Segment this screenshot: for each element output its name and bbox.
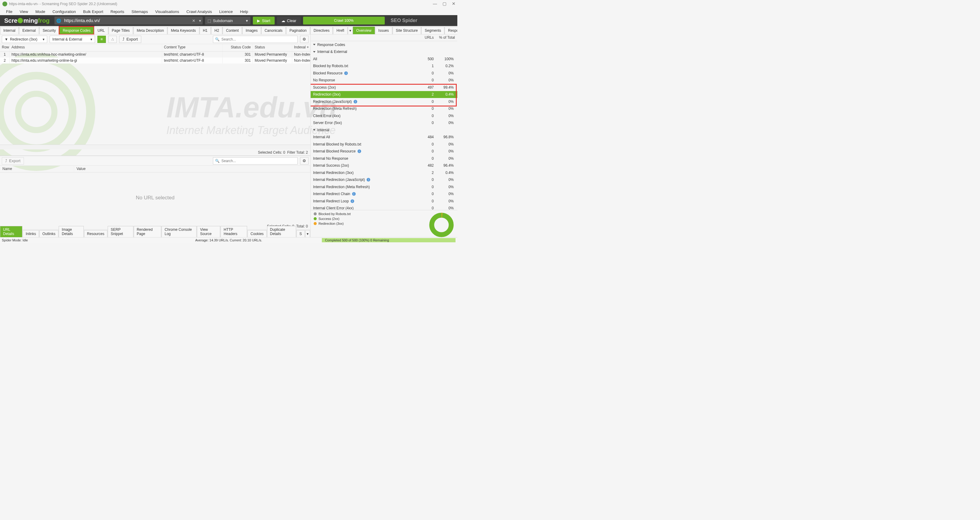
ltab-image-details[interactable]: Image Details [59,226,83,237]
tab-images[interactable]: Images [242,27,261,34]
tab-response-codes[interactable]: Response Codes [59,27,94,34]
tab-h1[interactable]: H1 [200,27,211,34]
tab-internal[interactable]: Internal [0,27,19,34]
tab-external[interactable]: External [19,27,39,34]
ltab-duplicate-details[interactable]: Duplicate Details [267,226,296,237]
close-icon[interactable]: ✕ [452,1,455,6]
tab-meta-description[interactable]: Meta Description [134,27,167,34]
clear-button[interactable]: ☁Clear [277,17,301,24]
ltab-s[interactable]: S [296,230,305,237]
tree-item[interactable]: Internal All48496.8% [311,134,457,141]
url-input[interactable] [63,17,190,24]
tree-item[interactable]: Response Codes [311,41,457,48]
tree-item[interactable]: Redirection (JavaScript)i00% [311,98,457,105]
tree-item[interactable]: Internal Client Error (4xx)00% [311,205,457,210]
ltab-view-source[interactable]: View Source [197,226,220,237]
ltabs-overflow-icon[interactable]: ▾ [305,230,310,237]
menu-crawl-analysis[interactable]: Crawl Analysis [183,9,215,14]
tree-item[interactable]: Internal Redirection (JavaScript)i00% [311,177,457,184]
tree-item[interactable]: Internal Blocked by Robots.txt00% [311,141,457,148]
tree-item[interactable]: Redirection (Meta Refresh)00% [311,105,457,113]
tab-url[interactable]: URL [94,27,108,34]
window-title: https-imta-edu-vn- - Screaming Frog SEO … [9,2,117,6]
rtab-segments[interactable]: Segments [422,27,444,34]
tree-item[interactable]: No Response00% [311,77,457,84]
clear-url-icon[interactable]: ✕ [190,19,197,23]
ltab-serp-snippet[interactable]: SERP Snippet [108,226,134,237]
tree-item[interactable]: Internal No Response00% [311,155,457,162]
tree-item[interactable]: Success (2xx)49799.4% [311,84,457,91]
tabs-overflow-icon[interactable]: ▾ [348,27,353,34]
tree-item[interactable]: Internal Redirect Chaini00% [311,191,457,198]
tree-item[interactable]: Internal Redirection (Meta Refresh)00% [311,183,457,191]
tab-content[interactable]: Content [223,27,242,34]
table-row[interactable]: 2https://imta.edu.vn/marketing-online-la… [0,57,310,64]
info-icon[interactable]: i [350,199,354,203]
tree-item[interactable]: Internal Redirect Loopi00% [311,197,457,205]
tree-item[interactable]: Blocked by Robots.txt10.2% [311,63,457,70]
tab-pagination[interactable]: Pagination [286,27,310,34]
table-row[interactable]: 1https://imta.edu.vn/khoa-hoc-marketing-… [0,51,310,57]
tree-item[interactable]: Internal & External [311,48,457,56]
rtab-issues[interactable]: Issues [375,27,392,34]
menu-file[interactable]: File [3,9,16,14]
tab-meta-keywords[interactable]: Meta Keywords [167,27,199,34]
search-input-lower[interactable]: 🔍Search... [213,157,298,165]
menu-help[interactable]: Help [237,9,251,14]
h-scrollbar[interactable] [0,145,310,149]
menu-visualisations[interactable]: Visualisations [152,9,182,14]
info-icon[interactable]: i [344,72,348,75]
search-input[interactable]: 🔍Search... [213,36,298,43]
tab-security[interactable]: Security [39,27,59,34]
rtab-response-times[interactable]: Response Times [445,27,457,34]
tree-item[interactable]: Internal Success (2xx)48296.4% [311,162,457,169]
minimize-icon[interactable]: — [433,1,437,6]
tree-item[interactable]: Internal [311,126,457,134]
ltab-http-headers[interactable]: HTTP Headers [221,226,247,237]
ltab-inlinks[interactable]: Inlinks [23,230,39,237]
ltab-resources[interactable]: Resources [84,230,107,237]
tab-hrefl[interactable]: Hrefl [333,27,347,34]
settings-icon[interactable]: ⚙ [300,36,309,43]
tree-item[interactable]: Redirection (3xx)20.4% [311,91,457,98]
tab-canonicals[interactable]: Canonicals [261,27,286,34]
info-icon[interactable]: i [367,178,370,181]
menu-view[interactable]: View [17,9,31,14]
ltab-cookies[interactable]: Cookies [247,230,266,237]
tree-item[interactable]: Server Error (5xx)00% [311,119,457,127]
ltab-rendered-page[interactable]: Rendered Page [134,226,161,237]
tree-view-icon[interactable]: ⛬ [108,36,117,43]
settings-icon[interactable]: ⚙ [300,157,309,165]
menu-bulk-export[interactable]: Bulk Export [80,9,106,14]
menu-reports[interactable]: Reports [107,9,127,14]
export-button-lower[interactable]: ⤴Export [2,157,24,165]
filter1-select[interactable]: ▼Redirection (3xx)▾ [2,36,47,43]
list-view-icon[interactable]: ≡ [97,36,106,43]
info-icon[interactable]: i [358,149,361,153]
tree-item[interactable]: Internal Redirection (3xx)20.4% [311,169,457,177]
tab-h2[interactable]: H2 [211,27,222,34]
tab-page-titles[interactable]: Page Titles [108,27,133,34]
export-button[interactable]: ⤴Export [119,36,141,43]
tree-item[interactable]: Internal Blocked Resourcei00% [311,148,457,155]
info-icon[interactable]: i [352,192,356,196]
filter2-select[interactable]: Internal & External▾ [49,36,95,43]
rtab-overview[interactable]: Overview [353,27,375,34]
ltab-chrome-console-log[interactable]: Chrome Console Log [162,226,197,237]
ltab-url-details[interactable]: URL Details [0,226,22,237]
url-dropdown-icon[interactable]: ▾ [197,19,203,23]
start-button[interactable]: ▶Start [253,17,274,24]
info-icon[interactable]: i [353,100,357,103]
tab-directives[interactable]: Directives [310,27,333,34]
ltab-outlinks[interactable]: Outlinks [39,230,58,237]
menu-configuration[interactable]: Configuration [49,9,79,14]
menu-licence[interactable]: Licence [216,9,236,14]
tree-item[interactable]: Blocked Resourcei00% [311,70,457,77]
rtab-site-structure[interactable]: Site Structure [393,27,422,34]
maximize-icon[interactable]: ▢ [442,1,447,6]
crawl-scope-select[interactable]: ⬚ Subdomain ▾ [205,17,250,24]
menu-mode[interactable]: Mode [32,9,48,14]
tree-item[interactable]: Client Error (4xx)00% [311,112,457,119]
menu-sitemaps[interactable]: Sitemaps [129,9,151,14]
tree-item[interactable]: All500100% [311,56,457,63]
